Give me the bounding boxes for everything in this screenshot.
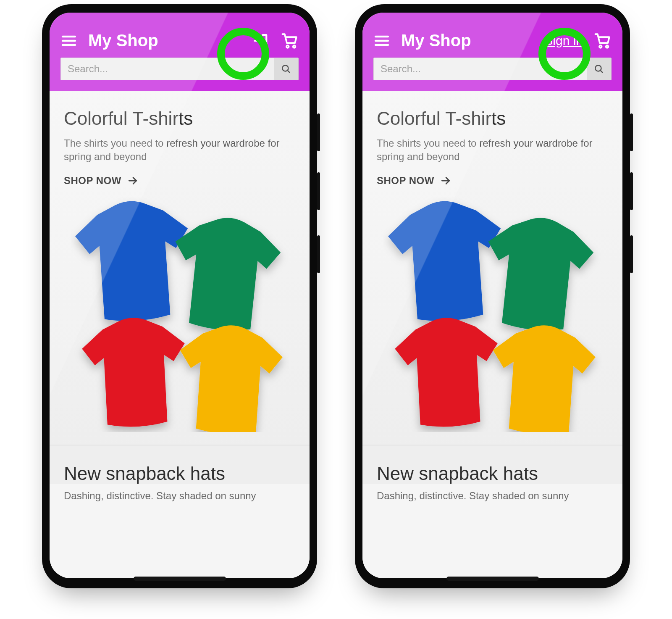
search-button[interactable] [274,58,298,80]
card-title: Colorful T-shirts [64,108,295,129]
card-subtitle-truncated: Dashing, distinctive. Stay shaded on sun… [50,490,310,505]
svg-point-12 [606,45,609,48]
card-subtitle: The shirts you need to refresh your ward… [377,137,608,164]
cta-label: SHOP NOW [64,175,121,187]
shop-now-button[interactable]: SHOP NOW [64,175,138,187]
phone-mockup-left: My Shop [42,4,317,588]
promo-card-tshirts: Colorful T-shirts The shirts you need to… [362,91,622,445]
app-header: My Shop Sign in [362,13,622,91]
card-title: Colorful T-shirts [377,108,608,129]
promo-card-tshirts: Colorful T-shirts The shirts you need to… [50,91,310,445]
svg-point-11 [599,45,602,48]
svg-line-14 [600,70,602,72]
signin-link[interactable]: Sign in [544,34,583,48]
svg-point-4 [293,45,296,48]
cart-icon[interactable] [594,32,612,50]
login-icon[interactable] [252,32,270,50]
speaker-slot [134,577,226,581]
app-title: My Shop [401,31,533,50]
promo-card-hats: New snapback hats [50,445,310,484]
cart-icon[interactable] [281,32,299,50]
arrow-right-icon [440,175,451,186]
svg-point-3 [286,45,289,48]
phone-screen: My Shop Sign in [362,13,622,578]
menu-icon[interactable] [60,32,77,49]
search-input[interactable] [61,58,274,80]
menu-icon[interactable] [373,32,390,49]
card-subtitle: The shirts you need to refresh your ward… [64,137,295,164]
shop-now-button[interactable]: SHOP NOW [377,175,451,187]
content-area: Colorful T-shirts The shirts you need to… [362,91,622,578]
content-area: Colorful T-shirts The shirts you need to… [50,91,310,578]
promo-card-hats: New snapback hats [362,445,622,484]
speaker-slot [446,577,539,581]
search-bar [373,58,612,80]
search-button[interactable] [587,58,611,80]
card-subtitle-truncated: Dashing, distinctive. Stay shaded on sun… [362,490,622,505]
product-image-tshirts [64,197,295,432]
search-bar [60,58,299,80]
card-title: New snapback hats [64,463,295,484]
app-header: My Shop [50,13,310,91]
svg-line-6 [287,70,289,72]
card-title: New snapback hats [377,463,608,484]
app-title: My Shop [88,31,242,50]
phone-mockup-right: My Shop Sign in [355,4,630,588]
product-image-tshirts [377,197,608,432]
arrow-right-icon [127,175,138,186]
cta-label: SHOP NOW [377,175,434,187]
phone-screen: My Shop [50,13,310,578]
search-input[interactable] [374,58,587,80]
